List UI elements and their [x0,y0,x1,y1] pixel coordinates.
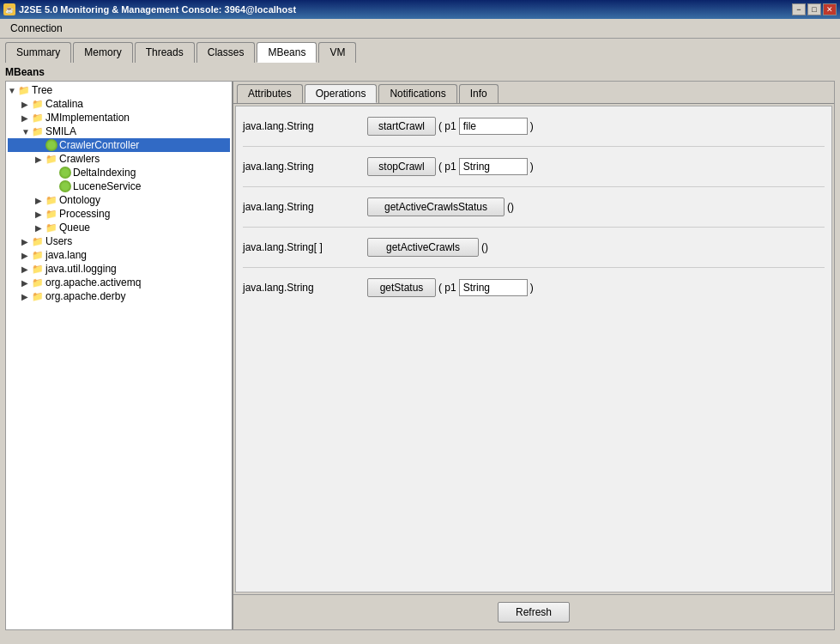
tab-operations[interactable]: Operations [305,84,378,103]
tree-item-processing[interactable]: ▶ 📁 Processing [8,207,230,221]
tree-label-luceneservice: LuceneService [73,180,141,192]
startcrawl-return-type: java.lang.String [243,120,367,132]
startcrawl-p1-input[interactable] [459,118,528,135]
title-bar: ☕ J2SE 5.0 Monitoring & Management Conso… [0,0,840,19]
tree-item-root[interactable]: ▼ 📁 Tree [8,83,230,97]
tree-item-javalang[interactable]: ▶ 📁 java.lang [8,248,230,262]
tab-classes[interactable]: Classes [196,42,256,63]
menu-bar: Connection [0,19,840,39]
tree-item-javautillogging[interactable]: ▶ 📁 java.util.logging [8,262,230,276]
tree-label-processing: Processing [59,208,110,220]
refresh-area: Refresh [233,594,834,629]
operation-getstatus: java.lang.String getStatus ( p1 ) [243,275,825,301]
tree-label-ontology: Ontology [59,194,100,206]
app-icon: ☕ [3,3,15,15]
tree-label-javautillogging: java.util.logging [45,263,117,275]
tree-label-smila: SMILA [45,125,76,137]
tree-item-ontology[interactable]: ▶ 📁 Ontology [8,193,230,207]
startcrawl-button[interactable]: startCrawl [367,117,436,136]
maximize-button[interactable]: □ [807,3,821,15]
tree-item-jmimplementation[interactable]: ▶ 📁 JMImplementation [8,111,230,125]
tree-item-orgapacheactivemq[interactable]: ▶ 📁 org.apache.activemq [8,276,230,289]
right-panel: Attributes Operations Notifications Info… [233,82,834,629]
tab-vm[interactable]: VM [318,42,356,63]
tree-item-queue[interactable]: ▶ 📁 Queue [8,221,230,234]
tree-label-catalina: Catalina [45,98,83,110]
getactivecrawls-button[interactable]: getActiveCrawls [367,238,479,257]
mbeans-container: ▼ 📁 Tree ▶ 📁 Catalina ▶ 📁 JMImplementati… [5,81,835,630]
minimize-button[interactable]: − [792,3,806,15]
getactivecrawls-parens: () [481,241,488,253]
startcrawl-open-paren: ( p1 [438,120,456,132]
operation-getactivecrawlsstatus: java.lang.String getActiveCrawlsStatus (… [243,194,825,220]
stopcrawl-close-paren: ) [530,161,534,173]
tree-panel[interactable]: ▼ 📁 Tree ▶ 📁 Catalina ▶ 📁 JMImplementati… [6,82,233,629]
tree-item-users[interactable]: ▶ 📁 Users [8,234,230,248]
getstatus-open-paren: ( p1 [438,282,456,294]
tab-mbeans[interactable]: MBeans [257,42,317,63]
tree-label-javalang: java.lang [45,249,87,261]
close-button[interactable]: ✕ [823,3,837,15]
inner-tab-bar: Attributes Operations Notifications Info [233,82,834,104]
tab-attributes[interactable]: Attributes [237,84,303,103]
getactivecrawls-return-type: java.lang.String[ ] [243,241,367,253]
operation-getactivecrawls: java.lang.String[ ] getActiveCrawls () [243,234,825,260]
tree-label-jmimplementation: JMImplementation [45,112,130,124]
tree-label-crawlers: Crawlers [59,153,100,165]
top-tab-bar: Summary Memory Threads Classes MBeans VM [5,42,835,63]
tree-label-queue: Queue [59,222,90,234]
stopcrawl-p1-input[interactable] [459,158,528,175]
tree-item-deltaindexing[interactable]: DeltaIndexing [8,166,230,179]
tab-threads[interactable]: Threads [135,42,195,63]
window-title: J2SE 5.0 Monitoring & Management Console… [19,4,296,15]
tree-item-smila[interactable]: ▼ 📁 SMILA [8,125,230,138]
getstatus-return-type: java.lang.String [243,282,367,294]
tab-info[interactable]: Info [459,84,499,103]
operations-panel: java.lang.String startCrawl ( p1 ) java.… [235,106,832,592]
getstatus-button[interactable]: getStatus [367,278,436,297]
stopcrawl-open-paren: ( p1 [438,161,456,173]
tab-memory[interactable]: Memory [73,42,132,63]
tab-notifications[interactable]: Notifications [378,84,456,103]
operation-stopcrawl: java.lang.String stopCrawl ( p1 ) [243,154,825,179]
tree-item-orgapachederby[interactable]: ▶ 📁 org.apache.derby [8,289,230,303]
tree-item-catalina[interactable]: ▶ 📁 Catalina [8,97,230,111]
refresh-button[interactable]: Refresh [498,602,570,623]
getstatus-p1-input[interactable] [459,279,528,296]
mbeans-section-title: MBeans [5,66,835,78]
getactivecrawlsstatus-parens: () [507,201,514,213]
connection-menu[interactable]: Connection [5,21,68,35]
tree-item-crawlers[interactable]: ▶ 📁 Crawlers [8,152,230,166]
tree-label-orgapachederby: org.apache.derby [45,290,125,302]
tree-label-deltaindexing: DeltaIndexing [73,167,136,179]
tree-label-users: Users [45,235,72,247]
getstatus-close-paren: ) [530,282,534,294]
main-content: Summary Memory Threads Classes MBeans VM… [0,39,840,643]
tree-item-luceneservice[interactable]: LuceneService [8,179,230,193]
stopcrawl-return-type: java.lang.String [243,161,367,173]
tree-label-orgapacheactivemq: org.apache.activemq [45,276,141,289]
window-controls: − □ ✕ [792,3,837,15]
tree-item-crawlercontroller[interactable]: CrawlerController [8,138,230,152]
tab-summary[interactable]: Summary [5,42,71,63]
stopcrawl-button[interactable]: stopCrawl [367,157,436,176]
operation-startcrawl: java.lang.String startCrawl ( p1 ) [243,113,825,139]
getactivecrawlsstatus-return-type: java.lang.String [243,201,367,213]
getactivecrawlsstatus-button[interactable]: getActiveCrawlsStatus [367,197,505,216]
tree-label-crawlercontroller: CrawlerController [59,139,139,151]
startcrawl-close-paren: ) [530,120,534,132]
tree-label-root: Tree [32,84,52,96]
